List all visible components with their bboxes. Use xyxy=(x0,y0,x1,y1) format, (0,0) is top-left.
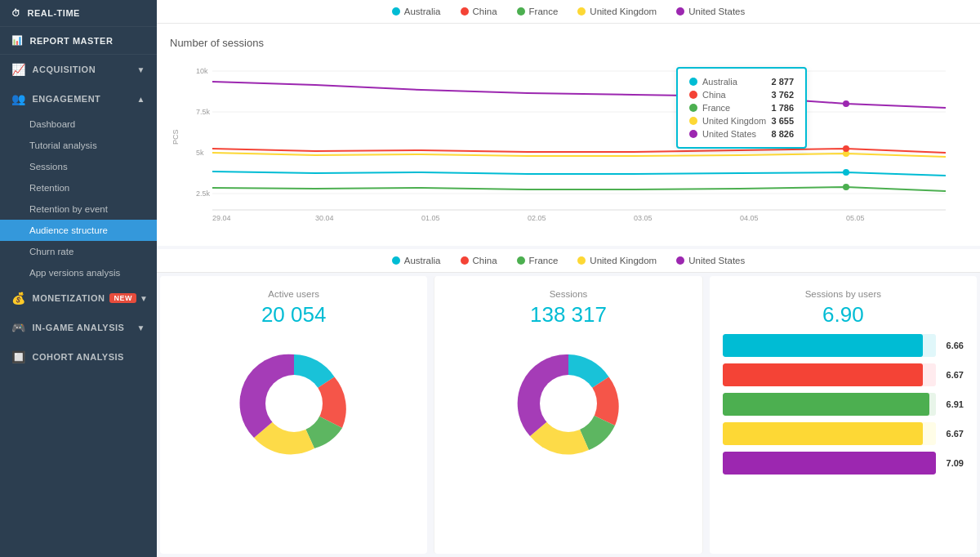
reportmaster-label: REPORT MASTER xyxy=(30,36,114,46)
legend-dot-uk xyxy=(577,7,586,16)
legend-label-australia: Australia xyxy=(404,7,441,16)
tooltip-dot-china xyxy=(689,91,697,99)
sidebar-item-tutorial[interactable]: Tutorial analysis xyxy=(0,135,157,156)
legend2-label-au: Australia xyxy=(404,256,441,265)
engagement-arrow: ▲ xyxy=(137,95,145,104)
bar-fill-us xyxy=(723,452,936,475)
tooltip-label-france: France xyxy=(702,103,766,113)
dot-us-04 xyxy=(843,100,849,107)
new-badge: NEW xyxy=(109,293,136,303)
bottom-legend-bar: Australia China France United Kingdom Un… xyxy=(157,249,980,273)
bar-fill-uk xyxy=(723,422,924,445)
legend-australia: Australia xyxy=(392,7,441,16)
main-content: Australia China France United Kingdom Un… xyxy=(157,0,980,557)
active-users-title: Active users xyxy=(268,289,319,299)
bar-row-china: 6.67 xyxy=(723,363,964,386)
top-legend-bar: Australia China France United Kingdom Un… xyxy=(157,0,980,24)
line-uk xyxy=(212,153,946,157)
svg-point-17 xyxy=(265,375,323,432)
sbu-value: 6.90 xyxy=(822,302,864,328)
legend-dot-us xyxy=(676,7,684,16)
legend2-uk: United Kingdom xyxy=(577,256,657,265)
svg-text:04.05: 04.05 xyxy=(740,214,759,222)
line-chart-svg: 10k 7.5k 5k 2.5k PCS 29.04 30.04 01.05 0… xyxy=(170,59,962,230)
engagement-icon: 👥 xyxy=(11,92,26,105)
tooltip-dot-france xyxy=(689,104,697,112)
line-france xyxy=(212,187,946,191)
legend2-dot-au xyxy=(392,256,400,265)
sidebar-cohort[interactable]: 🔲 COHORT ANALYSIS xyxy=(0,342,157,372)
legend2-australia: Australia xyxy=(392,256,441,265)
sidebar: ⏱ REAL-TIME 📊 REPORT MASTER 📈 ACQUISITIO… xyxy=(0,0,157,557)
sessions-title: Sessions xyxy=(550,289,588,299)
tooltip-label-uk: United Kingdom xyxy=(702,116,766,126)
panel-sessions: Sessions 138 317 xyxy=(434,276,702,554)
legend-label-uk: United Kingdom xyxy=(590,7,657,16)
bar-row-us: 7.09 xyxy=(723,452,964,475)
bar-fill-au xyxy=(723,334,924,357)
sidebar-monetization[interactable]: 💰 MONETIZATION NEW ▼ xyxy=(0,283,157,313)
realtime-icon: ⏱ xyxy=(11,8,21,18)
legend-dot-australia xyxy=(392,7,400,16)
legend-label-us: United States xyxy=(688,7,745,16)
svg-text:05.05: 05.05 xyxy=(846,214,865,222)
legend-label-china: China xyxy=(473,7,497,16)
donut-active-users xyxy=(225,334,363,473)
legend2-label-uk: United Kingdom xyxy=(590,256,657,265)
bar-bg-france xyxy=(723,393,936,416)
cohort-icon: 🔲 xyxy=(11,350,26,363)
dot-china-04 xyxy=(843,145,849,152)
sidebar-reportmaster[interactable]: 📊 REPORT MASTER xyxy=(0,27,157,55)
panel-sessions-by-users: Sessions by users 6.90 6.66 6.67 xyxy=(710,276,977,554)
tooltip-row-china: China 3 762 xyxy=(689,90,794,100)
svg-text:5k: 5k xyxy=(196,149,204,157)
sidebar-item-retention-event[interactable]: Retention by event xyxy=(0,198,157,220)
chart-container: 10k 7.5k 5k 2.5k PCS 29.04 30.04 01.05 0… xyxy=(170,59,967,233)
tooltip-label-au: Australia xyxy=(702,77,766,87)
sidebar-item-appversions[interactable]: App versions analysis xyxy=(0,262,157,283)
legend-dot-france xyxy=(517,7,525,16)
sidebar-acquisition[interactable]: 📈 ACQUISITION ▼ xyxy=(0,55,157,84)
sbu-title: Sessions by users xyxy=(805,289,881,299)
monetization-icon: 💰 xyxy=(11,292,26,305)
sidebar-item-audience[interactable]: Audience structure xyxy=(0,220,157,241)
sidebar-realtime[interactable]: ⏱ REAL-TIME xyxy=(0,0,157,27)
bar-bg-uk xyxy=(723,422,936,445)
svg-text:03.05: 03.05 xyxy=(634,214,653,222)
sidebar-item-churn[interactable]: Churn rate xyxy=(0,241,157,262)
acquisition-arrow: ▼ xyxy=(137,65,145,74)
sidebar-engagement[interactable]: 👥 ENGAGEMENT ▲ xyxy=(0,84,157,114)
tooltip-dot-uk xyxy=(689,117,697,125)
svg-text:PCS: PCS xyxy=(172,129,180,145)
svg-text:02.05: 02.05 xyxy=(528,214,546,222)
svg-text:01.05: 01.05 xyxy=(421,214,440,222)
legend-label-france: France xyxy=(529,7,559,16)
ingame-icon: 🎮 xyxy=(11,321,26,334)
legend2-dot-us xyxy=(676,256,684,265)
bar-bg-us xyxy=(723,452,936,475)
legend2-china: China xyxy=(461,256,497,265)
sidebar-item-dashboard[interactable]: Dashboard xyxy=(0,114,157,135)
legend-china: China xyxy=(461,7,497,16)
chart-section: Number of sessions 10k 7.5k 5k 2.5k PCS … xyxy=(157,24,980,246)
sidebar-ingame[interactable]: 🎮 IN-GAME ANALYSIS ▼ xyxy=(0,313,157,342)
tooltip-val-us: 8 826 xyxy=(771,129,794,139)
svg-text:7.5k: 7.5k xyxy=(196,108,211,116)
bar-fill-china xyxy=(723,363,924,386)
svg-text:2.5k: 2.5k xyxy=(196,189,211,198)
tooltip-row-france: France 1 786 xyxy=(689,103,794,113)
bar-label-china: 6.67 xyxy=(941,370,964,380)
svg-text:10k: 10k xyxy=(196,67,208,75)
bar-panel: 6.66 6.67 6.91 xyxy=(723,334,964,481)
ingame-label: IN-GAME ANALYSIS xyxy=(33,323,125,332)
tooltip-val-uk: 3 655 xyxy=(771,116,794,126)
bar-fill-france xyxy=(723,393,929,416)
bottom-panels: Active users 20 054 Sessions xyxy=(157,273,980,557)
tooltip-row-uk: United Kingdom 3 655 xyxy=(689,116,794,126)
chart-tooltip: Australia 2 877 China 3 762 France 1 786… xyxy=(676,67,807,149)
bar-row-au: 6.66 xyxy=(723,334,964,357)
sidebar-item-retention[interactable]: Retention xyxy=(0,177,157,198)
legend-france: France xyxy=(517,7,559,16)
line-australia xyxy=(212,172,946,176)
sidebar-item-sessions[interactable]: Sessions xyxy=(0,156,157,177)
